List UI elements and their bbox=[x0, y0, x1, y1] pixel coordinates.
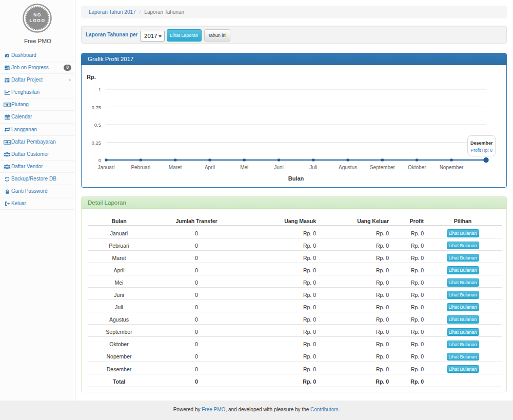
svg-text:Maret: Maret bbox=[169, 165, 182, 170]
svg-text:Nopember: Nopember bbox=[440, 165, 464, 170]
svg-text:Mei: Mei bbox=[240, 165, 248, 170]
svg-text:NO: NO bbox=[33, 12, 42, 17]
svg-text:Juni: Juni bbox=[274, 165, 283, 170]
svg-text:April: April bbox=[205, 165, 215, 170]
svg-text:Bulan: Bulan bbox=[288, 175, 304, 182]
svg-text:Pebruari: Pebruari bbox=[131, 165, 150, 170]
svg-text:LOGO: LOGO bbox=[29, 17, 45, 23]
svg-text:0.5: 0.5 bbox=[94, 122, 101, 128]
svg-text:Oktober: Oktober bbox=[408, 165, 426, 170]
svg-text:0: 0 bbox=[98, 157, 101, 163]
svg-text:0.25: 0.25 bbox=[92, 140, 102, 146]
svg-text:0.75: 0.75 bbox=[92, 105, 102, 110]
svg-text:Desember: Desember bbox=[470, 141, 493, 146]
svg-text:Agustus: Agustus bbox=[339, 165, 357, 170]
svg-text:Juli: Juli bbox=[309, 165, 317, 170]
svg-text:Januari: Januari bbox=[98, 165, 115, 170]
svg-text:1: 1 bbox=[98, 87, 101, 92]
svg-text:Rp.: Rp. bbox=[87, 74, 96, 80]
svg-text:September: September bbox=[370, 165, 396, 170]
svg-text:Profit Rp: 0: Profit Rp: 0 bbox=[470, 148, 492, 153]
